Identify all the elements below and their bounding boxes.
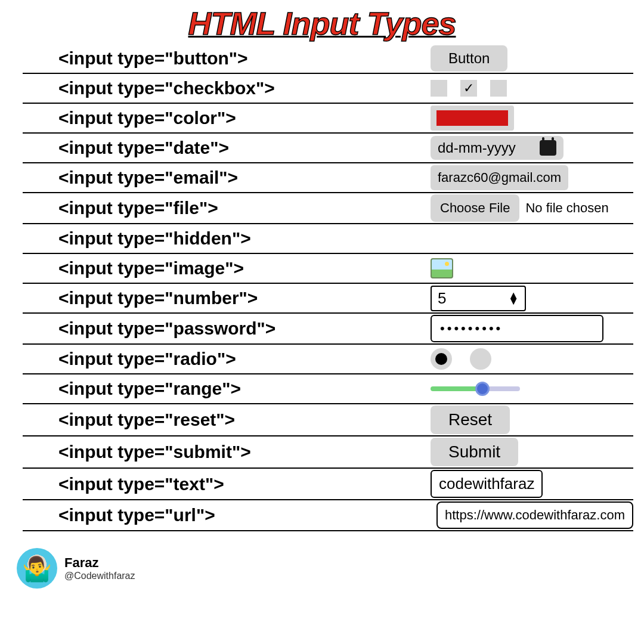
password-input[interactable]: •••••••••	[431, 315, 603, 342]
code-label: <input type="button">	[23, 48, 431, 69]
author-handle: @Codewithfaraz	[64, 571, 135, 581]
code-label: <input type="password">	[23, 318, 431, 339]
row-reset: <input type="reset"> Reset	[23, 404, 633, 436]
row-checkbox: <input type="checkbox"> ✓	[23, 74, 633, 104]
radio-2[interactable]	[470, 348, 491, 370]
author-name: Faraz	[64, 555, 135, 571]
row-text: <input type="text"> codewithfaraz	[23, 469, 633, 500]
row-file: <input type="file"> Choose File No file …	[23, 193, 633, 224]
input-type-list: <input type="button"> Button <input type…	[0, 44, 644, 531]
page-title: HTML Input Types	[0, 0, 644, 44]
row-range: <input type="range">	[23, 374, 633, 404]
number-input[interactable]: 5 ▲ ▼	[431, 286, 526, 311]
file-status: No file chosen	[525, 200, 608, 216]
text-input[interactable]: codewithfaraz	[431, 470, 543, 498]
row-email: <input type="email"> farazc60@gmail.com	[23, 163, 633, 193]
number-spinner[interactable]: ▲ ▼	[508, 292, 519, 304]
checkbox-3[interactable]	[490, 80, 507, 97]
code-label: <input type="file">	[23, 198, 431, 218]
radio-1[interactable]	[431, 348, 452, 370]
calendar-icon[interactable]	[540, 140, 556, 156]
code-label: <input type="number">	[23, 288, 431, 308]
code-label: <input type="radio">	[23, 349, 431, 369]
row-number: <input type="number"> 5 ▲ ▼	[23, 284, 633, 314]
code-label: <input type="text">	[23, 474, 431, 494]
code-label: <input type="image">	[23, 258, 431, 278]
author-footer: Faraz @Codewithfaraz	[0, 531, 644, 589]
row-password: <input type="password"> •••••••••	[23, 314, 633, 345]
code-label: <input type="color">	[23, 108, 431, 128]
code-label: <input type="submit">	[23, 442, 431, 462]
row-radio: <input type="radio">	[23, 345, 633, 374]
code-label: <input type="reset">	[23, 410, 431, 430]
row-color: <input type="color">	[23, 104, 633, 134]
range-thumb[interactable]	[475, 382, 490, 396]
code-label: <input type="date">	[23, 138, 431, 158]
date-placeholder: dd-mm-yyyy	[438, 140, 516, 156]
row-hidden: <input type="hidden">	[23, 224, 633, 254]
code-label: <input type="range">	[23, 379, 431, 399]
color-swatch	[436, 110, 508, 126]
spinner-down-icon[interactable]: ▼	[508, 298, 519, 304]
number-value: 5	[438, 289, 446, 308]
image-input-icon[interactable]	[431, 258, 453, 278]
code-label: <input type="hidden">	[23, 228, 431, 249]
code-label: <input type="email">	[23, 168, 431, 188]
range-input[interactable]	[431, 386, 520, 391]
choose-file-button[interactable]: Choose File	[431, 194, 519, 222]
row-url: <input type="url"> https://www.codewithf…	[23, 500, 633, 531]
url-input[interactable]: https://www.codewithfaraz.com	[436, 501, 633, 529]
checkbox-1[interactable]	[431, 80, 447, 97]
avatar	[17, 548, 57, 589]
submit-button[interactable]: Submit	[431, 438, 518, 466]
code-label: <input type="url">	[23, 505, 431, 525]
checkbox-2[interactable]: ✓	[460, 80, 477, 97]
row-submit: <input type="submit"> Submit	[23, 436, 633, 469]
code-label: <input type="checkbox">	[23, 78, 431, 98]
button-demo[interactable]: Button	[431, 45, 507, 72]
color-input[interactable]	[431, 106, 514, 131]
date-input[interactable]: dd-mm-yyyy	[431, 136, 564, 160]
row-image: <input type="image">	[23, 254, 633, 284]
row-button: <input type="button"> Button	[23, 44, 633, 74]
row-date: <input type="date"> dd-mm-yyyy	[23, 134, 633, 163]
reset-button[interactable]: Reset	[431, 405, 510, 434]
email-input[interactable]: farazc60@gmail.com	[431, 165, 568, 190]
